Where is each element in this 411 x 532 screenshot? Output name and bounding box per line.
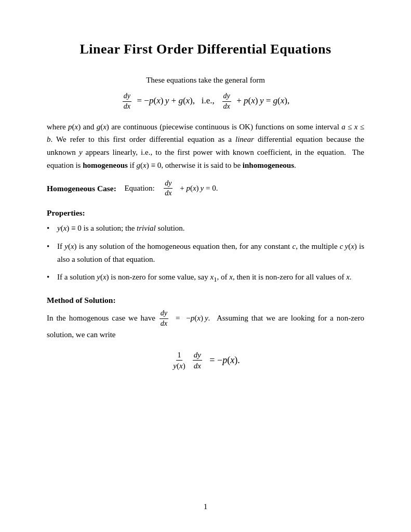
- property-1: y(x) ≡ 0 is a solution; the trivial solu…: [47, 222, 364, 235]
- page: Linear First Order Differential Equation…: [0, 0, 411, 532]
- body-paragraph: where p(x) and g(x) are continuous (piec…: [47, 121, 364, 172]
- frac-dy-dx-1: dy dx: [123, 92, 131, 111]
- frac-method-inline: dy dx: [160, 309, 168, 328]
- property-2: If y(x) is any solution of the homogeneo…: [47, 240, 364, 266]
- method-intro-text: In the homogenous case we have dy dx = −…: [47, 309, 364, 341]
- properties-heading: Properties:: [47, 208, 364, 218]
- intro-text: These equations take the general form: [47, 76, 364, 85]
- frac-dy-dx-method: dy dx: [193, 350, 202, 370]
- homogeneous-case-label: Homogeneous Case:: [47, 184, 116, 193]
- method-display-equation: 1 y(x) dy dx = −p(x).: [47, 350, 364, 370]
- method-heading: Method of Solution:: [47, 296, 364, 305]
- frac-dy-dx-2: dy dx: [222, 92, 231, 111]
- page-title: Linear First Order Differential Equation…: [47, 42, 364, 57]
- property-3: If a solution y(x) is non-zero for some …: [47, 271, 364, 285]
- homogeneous-case-line: Homogeneous Case: Equation: dy dx + p(x)…: [47, 179, 364, 198]
- page-number: 1: [0, 502, 411, 511]
- frac-homog: dy dx: [164, 179, 173, 198]
- main-equation: dy dx = −p(x) y + g(x), i.e., dy dx + p(…: [47, 92, 364, 111]
- frac-1-yx: 1 y(x): [172, 350, 186, 370]
